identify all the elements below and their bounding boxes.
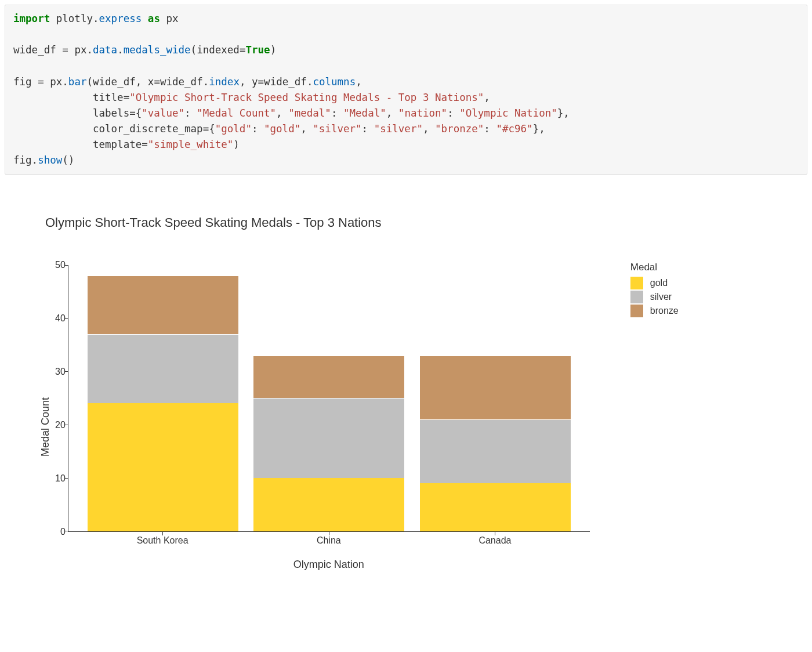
x-axis-label: Olympic Nation: [68, 559, 590, 571]
bar-segment-bronze[interactable]: [253, 356, 404, 399]
code-block: import plotly.express as px wide_df = px…: [5, 5, 807, 175]
bar-segment-gold[interactable]: [420, 483, 571, 531]
bar-segment-gold[interactable]: [253, 478, 404, 531]
bar-segment-gold[interactable]: [88, 403, 238, 531]
code-keyword: import: [13, 13, 50, 24]
chart-container: Olympic Short-Track Speed Skating Medals…: [5, 215, 807, 582]
legend-label: gold: [650, 278, 668, 288]
legend-label: silver: [650, 292, 672, 302]
bar-segment-silver[interactable]: [88, 334, 238, 404]
legend-label: bronze: [650, 306, 679, 316]
x-tick-label: South Korea: [87, 535, 238, 546]
legend-title: Medal: [630, 262, 679, 273]
bar-group[interactable]: [88, 276, 238, 532]
x-tick-label: Canada: [419, 535, 570, 546]
bar-group[interactable]: [253, 356, 404, 532]
legend-swatch-icon: [630, 291, 643, 303]
bar-segment-silver[interactable]: [253, 398, 404, 478]
bar-group[interactable]: [420, 356, 571, 532]
legend-swatch-icon: [630, 305, 643, 317]
x-tick-label: China: [253, 535, 404, 546]
legend-item-gold[interactable]: gold: [630, 277, 679, 289]
legend-item-bronze[interactable]: bronze: [630, 305, 679, 317]
y-axis-label: Medal Count: [39, 380, 52, 457]
plot-area[interactable]: [68, 265, 590, 532]
bar-segment-bronze[interactable]: [420, 356, 571, 419]
bar-segment-silver[interactable]: [420, 419, 571, 483]
legend-swatch-icon: [630, 277, 643, 289]
bars-container: [68, 265, 590, 531]
bar-segment-bronze[interactable]: [88, 276, 238, 334]
chart-title: Olympic Short-Track Speed Skating Medals…: [45, 215, 784, 230]
y-tick-marks: [64, 265, 68, 531]
legend-item-silver[interactable]: silver: [630, 291, 679, 303]
x-axis-ticks: South Korea China Canada: [68, 535, 590, 546]
legend: Medal gold silver bronze: [630, 262, 679, 318]
